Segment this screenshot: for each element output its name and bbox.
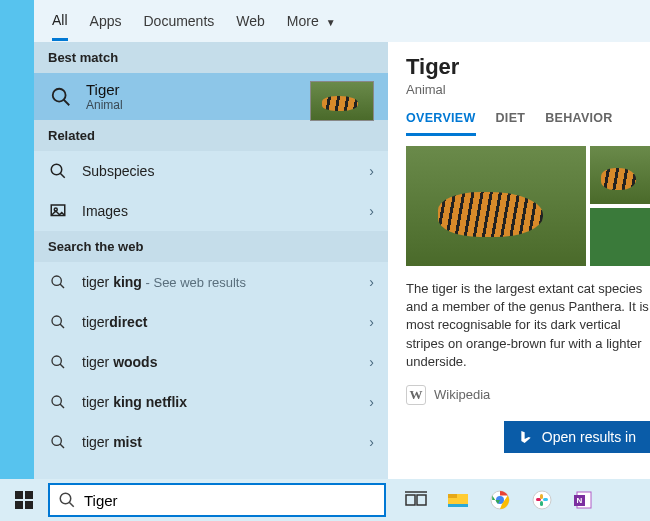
tab-documents[interactable]: Documents [143,3,214,39]
svg-rect-19 [25,501,33,509]
svg-line-21 [69,502,74,507]
best-match-thumbnail [310,81,374,121]
web-result[interactable]: tiger king netflix› [34,382,388,422]
search-icon [48,352,68,372]
chevron-right-icon: › [369,394,374,410]
web-result-label: tiger mist [82,434,142,450]
best-match-subtitle: Animal [86,98,123,112]
svg-rect-23 [417,495,426,505]
bing-icon [518,429,534,445]
svg-line-11 [60,364,64,368]
svg-line-1 [64,99,70,105]
svg-point-20 [60,493,71,504]
web-result[interactable]: tigerdirect› [34,302,388,342]
svg-point-14 [52,436,61,445]
tab-more[interactable]: More ▼ [287,3,336,39]
svg-line-9 [60,324,64,328]
best-match-title: Tiger [86,81,123,98]
search-icon [48,161,68,181]
web-result[interactable]: tiger woods› [34,342,388,382]
gallery-image-small-1[interactable] [590,146,650,204]
slack-icon[interactable] [530,488,554,512]
detail-title: Tiger [406,54,650,80]
svg-point-2 [51,164,62,175]
taskbar-apps: N [404,488,596,512]
web-result-label: tigerdirect [82,314,147,330]
source-label: Wikipedia [434,387,490,402]
related-item[interactable]: Subspecies› [34,151,388,191]
taskbar: N [0,479,650,521]
detail-tabs: OVERVIEW DIET BEHAVIOR [406,111,650,136]
file-explorer-icon[interactable] [446,488,470,512]
search-panel: All Apps Documents Web More ▼ Best match… [34,0,650,479]
open-results-button[interactable]: Open results in [504,421,650,453]
detail-subtitle: Animal [406,82,650,97]
search-icon [58,491,76,509]
svg-rect-26 [448,494,457,498]
svg-line-7 [60,284,64,288]
svg-rect-16 [15,491,23,499]
svg-point-6 [52,276,61,285]
tab-apps[interactable]: Apps [90,3,122,39]
tab-web[interactable]: Web [236,3,265,39]
svg-rect-34 [540,501,543,506]
section-best-match: Best match [34,42,388,73]
search-input[interactable] [84,492,376,509]
search-box[interactable] [48,483,386,517]
detail-description: The tiger is the largest extant cat spec… [406,280,650,371]
svg-rect-17 [25,491,33,499]
wikipedia-icon: W [406,385,426,405]
web-result[interactable]: tiger king - See web results› [34,262,388,302]
best-match-result[interactable]: Tiger Animal [34,73,388,120]
svg-point-8 [52,316,61,325]
detail-tab-diet[interactable]: DIET [496,111,526,136]
tab-all[interactable]: All [52,2,68,41]
section-related: Related [34,120,388,151]
web-result-label: tiger king - See web results [82,274,246,290]
related-label: Images [82,203,128,219]
windows-icon [15,491,33,509]
svg-rect-18 [15,501,23,509]
related-label: Subspecies [82,163,154,179]
svg-rect-32 [543,498,548,501]
svg-rect-33 [540,494,543,499]
source-wikipedia[interactable]: W Wikipedia [406,385,650,405]
accent-strip [0,0,34,521]
related-item[interactable]: Images› [34,191,388,231]
image-icon [48,201,68,221]
search-icon [48,84,74,110]
svg-line-15 [60,444,64,448]
chevron-down-icon: ▼ [326,17,336,28]
detail-tab-overview[interactable]: OVERVIEW [406,111,476,136]
web-result-label: tiger king netflix [82,394,187,410]
chrome-icon[interactable] [488,488,512,512]
chevron-right-icon: › [369,354,374,370]
search-icon [48,392,68,412]
svg-point-30 [533,491,551,509]
onenote-icon[interactable]: N [572,488,596,512]
web-result-label: tiger woods [82,354,157,370]
detail-tab-behavior[interactable]: BEHAVIOR [545,111,612,136]
search-icon [48,312,68,332]
task-view-icon[interactable] [404,488,428,512]
section-search-web: Search the web [34,231,388,262]
svg-rect-27 [448,504,468,507]
svg-text:N: N [577,496,583,505]
svg-point-0 [53,88,66,101]
gallery-image-main[interactable] [406,146,586,266]
gallery-image-small-2[interactable] [590,208,650,266]
chevron-right-icon: › [369,434,374,450]
start-button[interactable] [0,479,48,521]
results-list: Best match Tiger Animal Related Subspeci… [34,42,388,479]
open-results-label: Open results in [542,429,636,445]
svg-line-13 [60,404,64,408]
image-gallery [406,146,650,266]
svg-point-12 [52,396,61,405]
search-icon [48,432,68,452]
chevron-right-icon: › [369,274,374,290]
svg-point-10 [52,356,61,365]
svg-rect-22 [406,495,415,505]
web-result[interactable]: tiger mist› [34,422,388,462]
chevron-right-icon: › [369,203,374,219]
chevron-right-icon: › [369,314,374,330]
